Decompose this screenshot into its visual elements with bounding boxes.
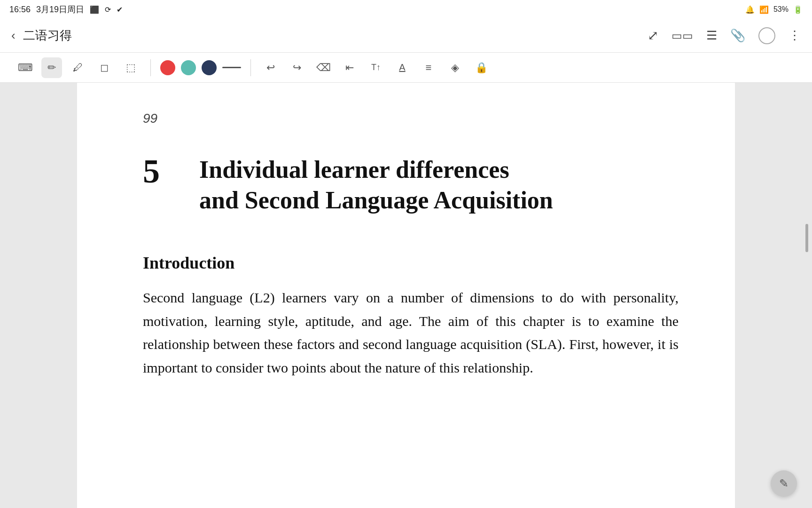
- drawing-toolbar: ⌨ ✏ 🖊 ◻ ⬚ ↩ ↪ ⌫ ⇤ T↑ A ≡ ◈ 🔒: [0, 53, 812, 83]
- wifi-icon: 📶: [759, 5, 769, 14]
- lock-button[interactable]: 🔒: [471, 57, 492, 78]
- status-bar-right: 🔔 📶 53% 🔋: [745, 5, 803, 14]
- back-button[interactable]: ‹: [11, 28, 16, 43]
- keyboard-button[interactable]: ⌨: [15, 57, 36, 78]
- sync-icon: ⟳: [105, 5, 111, 14]
- color-dark[interactable]: [202, 60, 217, 75]
- spacing-button[interactable]: ≡: [418, 57, 439, 78]
- screen-icon: ⬛: [90, 5, 99, 14]
- status-bar: 16:56 3月19日周日 ⬛ ⟳ ✔ 🔔 📶 53% 🔋: [0, 0, 812, 19]
- pen-button[interactable]: ✏: [41, 57, 62, 78]
- eraser-button[interactable]: ◻: [94, 57, 115, 78]
- document-page: 99 5 Individual learner differencesand S…: [77, 83, 735, 508]
- battery-icon: 🔋: [793, 5, 803, 14]
- clip-icon[interactable]: 📎: [730, 28, 745, 43]
- checkmark-icon: ✔: [117, 5, 123, 14]
- float-edit-button[interactable]: ✎: [771, 470, 797, 497]
- date-display: 3月19日周日: [36, 4, 84, 15]
- document-title: 二语习得: [23, 27, 648, 44]
- body-text: Second language (L2) learners vary on a …: [143, 286, 679, 379]
- clock: 16:56: [9, 5, 31, 15]
- fill-button[interactable]: ◈: [445, 57, 465, 78]
- undo-button[interactable]: ↩: [260, 57, 281, 78]
- eraser2-button[interactable]: ⌫: [313, 57, 334, 78]
- header-icons: ⤢ ▭▭ ☰ 📎 ⋮: [648, 27, 801, 44]
- annotate-button[interactable]: A: [392, 57, 413, 78]
- more-icon[interactable]: ⋮: [789, 28, 801, 43]
- text-up-button[interactable]: T↑: [366, 57, 386, 78]
- align-button[interactable]: ⇤: [339, 57, 360, 78]
- split-view-icon[interactable]: ▭▭: [671, 29, 693, 42]
- chapter-title: Individual learner differencesand Second…: [199, 154, 553, 215]
- divider-1: [150, 59, 151, 76]
- scroll-handle[interactable]: [805, 224, 808, 252]
- section-title: Introduction: [143, 253, 679, 273]
- status-bar-left: 16:56 3月19日周日 ⬛ ⟳ ✔: [9, 4, 123, 15]
- highlight-button[interactable]: 🖊: [68, 57, 88, 78]
- mute-icon: 🔔: [745, 5, 755, 14]
- page-number: 99: [143, 111, 679, 126]
- select-button[interactable]: ⬚: [120, 57, 141, 78]
- circle-button[interactable]: [758, 27, 775, 44]
- chapter-header: 5 Individual learner differencesand Seco…: [143, 154, 679, 215]
- toc-icon[interactable]: ☰: [706, 28, 717, 43]
- dash-line[interactable]: [222, 67, 241, 68]
- divider-2: [250, 59, 251, 76]
- app-header: ‹ 二语习得 ⤢ ▭▭ ☰ 📎 ⋮: [0, 19, 812, 53]
- expand-icon[interactable]: ⤢: [648, 28, 658, 43]
- chapter-number: 5: [143, 154, 180, 188]
- content-area: 99 5 Individual learner differencesand S…: [0, 83, 812, 508]
- battery-text: 53%: [773, 5, 789, 14]
- redo-button[interactable]: ↪: [287, 57, 307, 78]
- color-red[interactable]: [160, 60, 175, 75]
- color-teal[interactable]: [181, 60, 196, 75]
